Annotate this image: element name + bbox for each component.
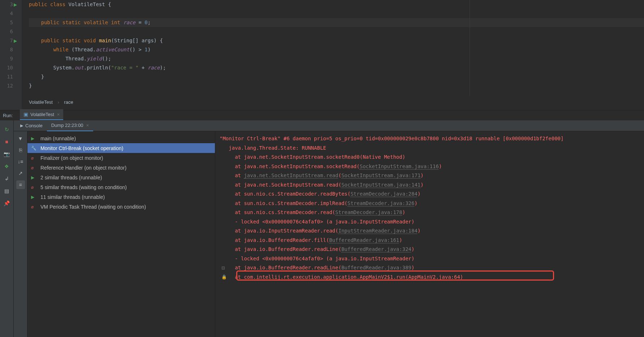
console-tabs: ▶ConsoleDump 22:23:00× — [14, 120, 644, 131]
thread-item[interactable]: ⌀Reference Handler (on object monitor) — [27, 163, 215, 172]
resume-button[interactable]: ❖ — [3, 162, 11, 171]
play-icon: ▶ — [20, 123, 23, 128]
thread-item[interactable]: 🔧Monitor Ctrl-Break (socket operation) — [27, 143, 215, 153]
thread-state-icon: ⌀ — [31, 165, 38, 170]
code-line[interactable]: System.out.println("race = " + race); — [29, 63, 644, 72]
stack-trace[interactable]: "Monitor Ctrl-Break" #6 daemon prio=5 os… — [215, 131, 644, 337]
thread-state-icon: ▶ — [31, 136, 38, 141]
run-label: Run: — [3, 113, 13, 118]
run-config-name: VolatileTest — [30, 112, 54, 117]
stack-frame[interactable]: at java.io.BufferedReader.readLine(Buffe… — [220, 263, 640, 273]
console-tab[interactable]: Dump 22:23:00× — [47, 120, 94, 131]
thread-item[interactable]: ⌀VM Periodic Task Thread (waiting on con… — [27, 202, 215, 212]
rerun-button[interactable]: ↻ — [3, 125, 11, 134]
stack-frame[interactable]: at com.intellij.rt.execution.application… — [220, 273, 640, 282]
thread-item[interactable]: ▶11 similar threads (runnable) — [27, 192, 215, 202]
thread-item[interactable]: ⌀Finalizer (on object monitor) — [27, 153, 215, 163]
console-tab[interactable]: ▶Console — [16, 120, 47, 131]
breadcrumb-item[interactable]: VolatileTest — [29, 99, 53, 105]
code-line[interactable]: public static void main(String[] args) { — [29, 36, 644, 45]
stack-frame[interactable]: at java.net.SocketInputStream.socketRead… — [220, 162, 640, 171]
thread-item[interactable]: ▶main (runnable) — [27, 133, 215, 143]
filter-button[interactable]: ▼ — [16, 134, 25, 143]
code-area[interactable]: public class VolatileTest { public stati… — [0, 0, 644, 90]
code-line[interactable] — [29, 27, 644, 36]
sort-button[interactable]: ↓≡ — [16, 157, 25, 166]
dump-threads-button[interactable]: 📷 — [3, 150, 11, 158]
stack-frame[interactable]: at sun.nio.cs.StreamDecoder.implRead(Str… — [220, 199, 640, 208]
thread-state-icon: ⌀ — [31, 155, 38, 161]
code-line[interactable] — [29, 9, 644, 18]
code-line[interactable]: while (Thread.activeCount() > 1) — [29, 45, 644, 54]
code-line[interactable]: Thread.yield(); — [29, 54, 644, 63]
code-line[interactable]: } — [29, 72, 644, 81]
merge-button[interactable]: ≡ — [16, 180, 25, 189]
stack-frame[interactable]: at java.net.SocketInputStream.read(Socke… — [220, 171, 640, 180]
stack-frame[interactable]: at java.net.SocketInputStream.socketRead… — [220, 153, 640, 162]
layout-button[interactable]: ▤ — [3, 187, 11, 195]
copy-button[interactable]: ⎘ — [16, 146, 25, 154]
breadcrumb-sep: › — [57, 99, 59, 105]
stack-frame[interactable]: - locked <0x000000076c4afaf0> (a java.io… — [220, 254, 640, 264]
thread-list[interactable]: ▶main (runnable)🔧Monitor Ctrl-Break (soc… — [27, 131, 215, 337]
close-icon[interactable]: × — [57, 112, 60, 117]
thread-state-icon: 🔧 — [31, 146, 38, 151]
breakpoint-hint-icon: ⊟ — [221, 265, 225, 270]
stack-frame[interactable]: at java.io.InputStreamReader.read(InputS… — [220, 226, 640, 236]
breadcrumb-item[interactable]: race — [64, 99, 73, 105]
stack-frame[interactable]: at sun.nio.cs.StreamDecoder.readBytes(St… — [220, 189, 640, 199]
thread-state-icon: ▶ — [31, 175, 38, 180]
lock-icon: 🔒 — [221, 274, 227, 280]
thread-state-icon: ⌀ — [31, 204, 38, 209]
thread-state-icon: ⌀ — [31, 185, 38, 190]
exit-button[interactable]: ↲ — [3, 174, 11, 183]
stack-frame[interactable]: at java.io.BufferedReader.fill(BufferedR… — [220, 236, 640, 245]
thread-item[interactable]: ⌀5 similar threads (waiting on condition… — [27, 182, 215, 192]
thread-toolbar: ▼ ⎘ ↓≡ ↗ ≡ — [14, 131, 27, 337]
thread-state-icon: ▶ — [31, 195, 38, 200]
code-line[interactable]: public static volatile int race = 0; — [29, 18, 644, 27]
thread-item[interactable]: ▶2 similar threads (runnable) — [27, 172, 215, 182]
code-line[interactable]: public class VolatileTest { — [29, 0, 644, 9]
stack-frame[interactable]: at java.net.SocketInputStream.read(Socke… — [220, 180, 640, 190]
close-icon[interactable]: × — [86, 123, 89, 128]
export-button[interactable]: ↗ — [16, 169, 25, 178]
run-tool-window: ↻ ■ 📷 ❖ ↲ ▤ 📌 ▶ConsoleDump 22:23:00× ▼ ⎘… — [0, 120, 644, 337]
breadcrumb[interactable]: VolatileTest › race — [29, 97, 73, 108]
stack-frame[interactable]: - locked <0x000000076c4afaf0> (a java.io… — [220, 217, 640, 227]
right-margin — [470, 0, 470, 96]
run-config-icon: ▣ — [23, 111, 28, 117]
stack-frame[interactable]: at sun.nio.cs.StreamDecoder.read(StreamD… — [220, 208, 640, 217]
code-editor[interactable]: 3▶4567▶89101112 public class VolatileTes… — [0, 0, 644, 110]
stack-frame[interactable]: at java.io.BufferedReader.readLine(Buffe… — [220, 245, 640, 254]
code-line[interactable]: } — [29, 81, 644, 90]
run-config-tab[interactable]: ▣ VolatileTest × — [20, 109, 63, 120]
run-toolbar: ↻ ■ 📷 ❖ ↲ ▤ 📌 — [0, 120, 14, 337]
stop-button[interactable]: ■ — [3, 137, 11, 146]
pin-button[interactable]: 📌 — [3, 199, 11, 208]
